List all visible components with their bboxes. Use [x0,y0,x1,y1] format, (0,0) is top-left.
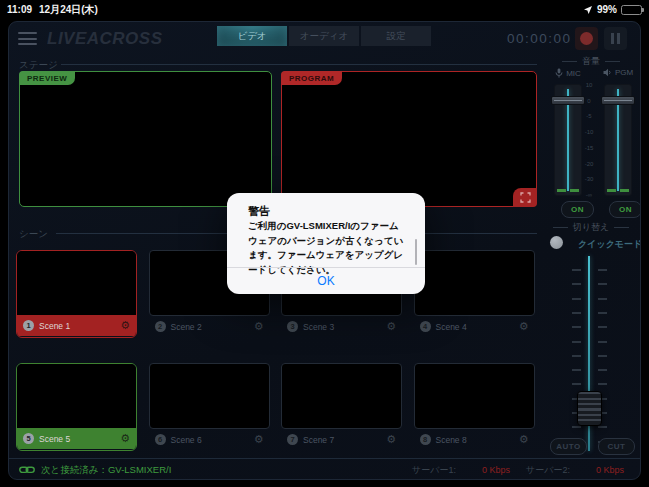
tbar-tick [572,269,581,271]
fader-scale-label: -5 [586,113,591,119]
program-monitor[interactable]: PROGRAM [281,71,537,207]
screen: 11:09 12月24日(木) 99% LIVEACROSS ビデオオーディオ設… [0,0,649,487]
pgm-fader-handle[interactable] [601,96,635,105]
mic-icon [555,68,563,78]
tbar-tick [572,426,581,428]
scene-card-4[interactable]: 4Scene 4⚙ [414,250,535,338]
tbar-tick [598,312,607,314]
volume-section-header: 音量 [539,55,641,68]
scene-card-5[interactable]: 5Scene 5⚙ [16,363,137,451]
tab-video[interactable]: ビデオ [217,26,287,46]
record-timer: 00:00:00 [507,31,569,46]
scenes-section-label: シーン [19,228,48,241]
scene-settings-gear-icon[interactable]: ⚙ [386,434,396,445]
tbar-tick [572,355,581,357]
pause-button[interactable] [604,27,627,50]
preview-monitor[interactable]: PREVIEW [19,71,272,207]
server1-label: サーバー1: [412,464,456,477]
server2-label: サーバー2: [526,464,570,477]
scene-name-label: Scene 6 [171,435,202,445]
record-dot-icon [580,32,593,45]
scene-number-badge: 3 [287,321,298,332]
scene-number-badge: 2 [155,321,166,332]
mic-fader-handle[interactable] [551,96,585,105]
speaker-icon [603,68,612,77]
record-button[interactable] [575,27,598,50]
menu-hamburger-button[interactable] [18,32,37,45]
pgm-label-text: PGM [615,68,633,77]
cut-transition-button[interactable]: CUT [598,438,635,455]
dialog-title: 警告 [248,204,270,219]
tbar-tick [598,383,607,385]
scene-thumbnail[interactable] [17,251,136,315]
scene-settings-gear-icon[interactable]: ⚙ [120,320,130,331]
tbar-tick [572,369,581,371]
mic-fader-min-mark [557,189,566,192]
tbar-tick [572,298,581,300]
scene-name-label: Scene 5 [39,434,70,444]
quick-mode-toggle[interactable] [550,236,563,249]
auto-transition-button[interactable]: AUTO [550,438,587,455]
tab-settings[interactable]: 設定 [361,26,431,46]
tbar-fader-handle[interactable] [577,391,602,426]
scene-name-label: Scene 4 [436,322,467,332]
fader-scale-label: -20 [585,161,594,167]
scene-thumbnail[interactable] [414,363,535,429]
location-arrow-icon [583,5,593,15]
scene-name-label: Scene 3 [303,322,334,332]
fader-scale: 100-5-10-15-20-30-∞ [583,82,595,198]
pgm-fader-min-mark [607,189,616,192]
scene-card-1[interactable]: 1Scene 1⚙ [16,250,137,338]
pgm-on-button[interactable]: ON [609,201,641,218]
date: 12月24日(木) [39,3,98,17]
tbar-tick [598,269,607,271]
scene-settings-gear-icon[interactable]: ⚙ [519,321,529,332]
dialog-ok-button[interactable]: OK [227,268,425,294]
scene-thumbnail[interactable] [17,364,136,428]
fader-scale-label: 0 [587,98,590,104]
fullscreen-button[interactable] [513,188,537,207]
preview-tag: PREVIEW [19,71,75,85]
tbar-tick [598,298,607,300]
server2-bitrate: 0 Kbps [596,465,624,475]
server2-status: サーバー2: 0 Kbps [526,464,624,477]
scene-settings-gear-icon[interactable]: ⚙ [254,321,264,332]
scene-name-label: Scene 7 [303,435,334,445]
scene-name-label: Scene 2 [171,322,202,332]
pgm-channel-label: PGM [596,68,640,77]
scene-thumbnail[interactable] [281,363,402,429]
scene-name-label: Scene 1 [39,321,70,331]
tbar-tick [598,283,607,285]
clock: 11:09 [7,4,32,15]
status-footer: 次と接続済み：GV-LSMIXER/I サーバー1: 0 Kbps サーバー2:… [9,458,640,480]
scene-card-6[interactable]: 6Scene 6⚙ [149,363,270,451]
scene-settings-gear-icon[interactable]: ⚙ [254,434,264,445]
scene-footer: 1Scene 1⚙ [17,315,136,336]
scene-footer: 5Scene 5⚙ [17,428,136,449]
scene-name-label: Scene 8 [436,435,467,445]
scene-number-badge: 4 [420,321,431,332]
mixer-sidebar: 音量 MIC PGM [539,55,641,457]
scene-thumbnail[interactable] [149,363,270,429]
tbar-tick [598,355,607,357]
expand-icon [520,192,531,203]
mic-fader-track[interactable] [554,84,582,196]
tab-bar: ビデオオーディオ設定 [217,26,431,46]
switch-section-header: 切り替え [539,221,641,234]
tbar-tick [598,326,607,328]
scene-number-badge: 8 [420,434,431,445]
connected-device-label: 次と接続済み：GV-LSMIXER/I [41,464,171,477]
scene-card-8[interactable]: 8Scene 8⚙ [414,363,535,451]
fader-scale-label: -30 [585,176,594,182]
pgm-fader-track[interactable] [604,84,632,196]
scene-settings-gear-icon[interactable]: ⚙ [120,433,130,444]
scene-card-7[interactable]: 7Scene 7⚙ [281,363,402,451]
tab-audio[interactable]: オーディオ [289,26,359,46]
scene-settings-gear-icon[interactable]: ⚙ [519,434,529,445]
mic-on-button[interactable]: ON [561,201,594,218]
scene-footer: 2Scene 2⚙ [149,316,270,337]
scene-number-badge: 5 [23,433,34,444]
scene-settings-gear-icon[interactable]: ⚙ [386,321,396,332]
app-logo: LIVEACROSS [47,29,163,49]
scene-thumbnail[interactable] [414,250,535,316]
